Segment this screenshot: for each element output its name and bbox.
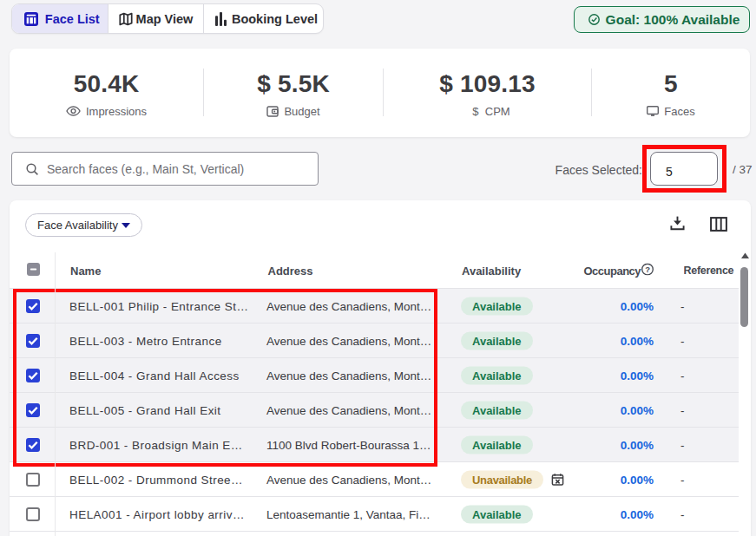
svg-text:?: ?	[645, 265, 650, 274]
